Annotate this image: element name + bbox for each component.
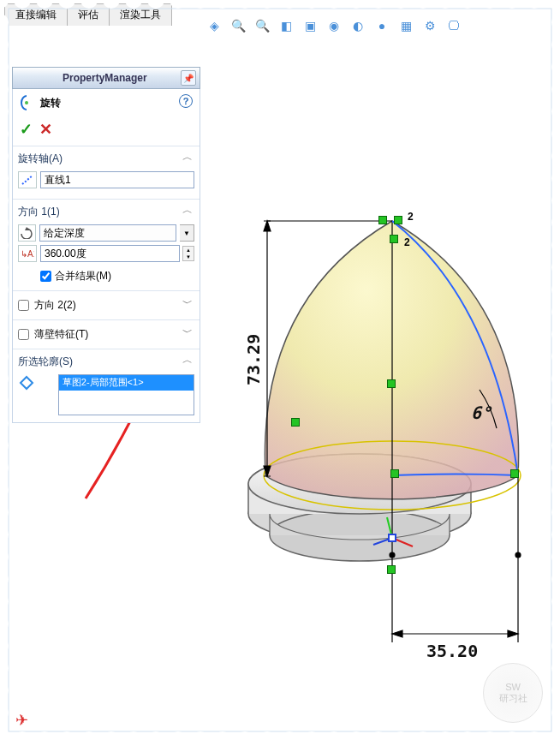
- merge-check-row[interactable]: 合并结果(M): [40, 269, 111, 283]
- feature-name: 旋转: [40, 96, 61, 110]
- dir2-label: 方向 2(2): [34, 298, 76, 313]
- svg-marker-4: [264, 221, 271, 231]
- collapse-icon[interactable]: ︿: [182, 203, 193, 218]
- view-triad[interactable]: ✈: [15, 711, 28, 730]
- tab-evaluate[interactable]: 评估: [67, 3, 110, 26]
- view-settings-icon[interactable]: ⚙: [421, 17, 438, 34]
- confirm-row: ✓ ✕: [13, 116, 200, 146]
- marker-2b: 2: [404, 236, 410, 248]
- end-condition-select[interactable]: [39, 224, 176, 242]
- tab-render-tools[interactable]: 渲染工具: [109, 3, 172, 26]
- axis-input[interactable]: [40, 171, 194, 188]
- axis-line-icon[interactable]: [18, 171, 37, 188]
- viewport-toolbar: ◈ 🔍 🔍 ◧ ▣ ◉ ◐ ● ▦ ⚙ 🖵: [206, 17, 462, 34]
- sketch-handle[interactable]: [387, 379, 396, 388]
- svg-marker-7: [508, 630, 518, 637]
- tab-direct-edit[interactable]: 直接编辑: [4, 3, 68, 26]
- revolve-icon: [18, 94, 35, 111]
- zoom-fit-icon[interactable]: ◈: [206, 17, 223, 34]
- watermark-l2: 研习社: [499, 692, 527, 705]
- direction-icon[interactable]: [18, 224, 36, 242]
- pin-icon[interactable]: 📌: [181, 70, 196, 86]
- svg-text:↳A1: ↳A1: [21, 249, 34, 259]
- thin-checkbox[interactable]: [18, 329, 29, 340]
- cancel-button[interactable]: ✕: [39, 120, 52, 139]
- display-style-icon[interactable]: ◉: [325, 17, 343, 34]
- chevron-down-icon[interactable]: ﹀: [182, 296, 193, 311]
- panel-title: PropertyManager: [63, 72, 147, 84]
- section-view-icon[interactable]: ◧: [277, 17, 295, 34]
- contour-icon: [18, 374, 36, 391]
- apply-scene-icon[interactable]: ▦: [397, 17, 414, 34]
- feature-header: 旋转 ?: [13, 89, 200, 116]
- sketch-handle[interactable]: [390, 235, 398, 243]
- hide-show-icon[interactable]: ◐: [349, 17, 366, 34]
- angle-icon[interactable]: ↳A1: [18, 245, 37, 262]
- section-axis: 旋转轴(A) ︿: [13, 146, 200, 199]
- angle-spinner[interactable]: ▲▼: [182, 246, 194, 261]
- chevron-down-icon[interactable]: ﹀: [182, 325, 193, 340]
- edit-appearance-icon[interactable]: ●: [373, 17, 390, 34]
- prev-view-icon[interactable]: 🔍: [253, 17, 271, 34]
- merge-label: 合并结果(M): [55, 269, 111, 283]
- marker-2a: 2: [408, 211, 414, 223]
- svg-marker-18: [21, 377, 33, 389]
- section-direction2: 方向 2(2) ﹀: [13, 291, 200, 319]
- contour-listbox[interactable]: 草图2-局部范围<1>: [58, 374, 194, 415]
- dim-radius[interactable]: 35.20: [426, 641, 478, 661]
- dir2-checkbox[interactable]: [18, 300, 29, 311]
- merge-checkbox[interactable]: [40, 271, 51, 282]
- collapse-icon[interactable]: ︿: [182, 150, 193, 164]
- zoom-area-icon[interactable]: 🔍: [229, 17, 247, 34]
- section-dir1-title: 方向 1(1): [18, 205, 194, 219]
- svg-point-8: [390, 552, 395, 558]
- sketch-handle[interactable]: [378, 216, 387, 224]
- section-axis-title: 旋转轴(A): [18, 152, 194, 166]
- view-orientation-icon[interactable]: ▣: [301, 17, 319, 34]
- thin-check-row[interactable]: 薄壁特征(T): [18, 327, 194, 342]
- sketch-handle[interactable]: [387, 565, 396, 574]
- thin-label: 薄壁特征(T): [34, 327, 88, 342]
- help-icon[interactable]: ?: [179, 94, 193, 108]
- ok-button[interactable]: ✓: [20, 120, 33, 139]
- contour-item-selected[interactable]: 草图2-局部范围<1>: [59, 375, 194, 391]
- dim-angle[interactable]: 6°: [471, 403, 491, 423]
- svg-point-9: [515, 552, 521, 558]
- sketch-handle[interactable]: [390, 469, 399, 478]
- dir2-check-row[interactable]: 方向 2(2): [18, 298, 194, 313]
- section-thin: 薄壁特征(T) ﹀: [13, 320, 200, 349]
- svg-point-14: [25, 101, 28, 104]
- collapse-icon[interactable]: ︿: [182, 353, 193, 367]
- svg-rect-13: [389, 534, 396, 541]
- watermark-l1: SW: [505, 682, 521, 692]
- watermark: SW 研习社: [483, 663, 543, 723]
- property-manager-panel: PropertyManager 📌 旋转 ? ✓ ✕ 旋转轴(A) ︿: [12, 67, 200, 423]
- dim-height[interactable]: 73.29: [243, 334, 264, 385]
- sketch-handle[interactable]: [510, 469, 519, 478]
- ribbon-tabs: 直接编辑 评估 渲染工具: [4, 3, 171, 26]
- section-contours-title: 所选轮廓(S): [18, 355, 194, 369]
- svg-marker-6: [392, 630, 402, 637]
- svg-line-15: [22, 176, 33, 184]
- sketch-handle[interactable]: [291, 418, 300, 427]
- panel-header: PropertyManager 📌: [12, 67, 200, 89]
- viewport-layout-icon[interactable]: 🖵: [445, 17, 462, 34]
- dropdown-icon[interactable]: ▼: [180, 224, 194, 242]
- section-contours: 所选轮廓(S) ︿ 草图2-局部范围<1>: [13, 349, 200, 422]
- sketch-handle[interactable]: [394, 216, 402, 224]
- angle-input[interactable]: [40, 245, 180, 262]
- section-direction1: 方向 1(1) ︿ ▼ ↳A1 ▲▼ 合并结果(M): [13, 200, 200, 290]
